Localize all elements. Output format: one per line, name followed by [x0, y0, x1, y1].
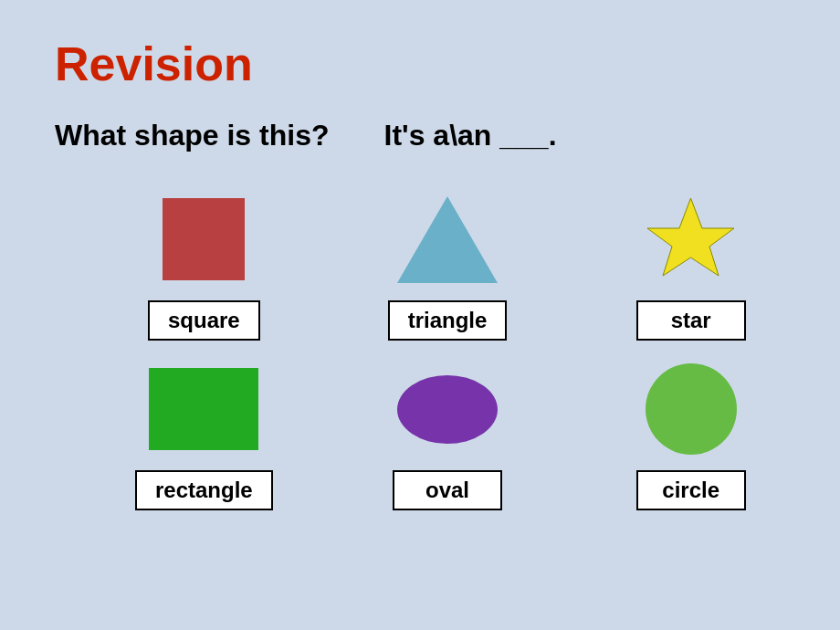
rectangle-label: rectangle	[135, 470, 273, 510]
triangle-icon	[397, 196, 498, 283]
shape-cell-square: square	[110, 189, 299, 341]
shape-cell-star: star	[596, 189, 785, 341]
square-figure	[163, 189, 245, 289]
oval-figure	[397, 359, 498, 459]
shape-cell-rectangle: rectangle	[110, 359, 299, 510]
shape-cell-triangle: triangle	[353, 189, 542, 341]
star-icon	[643, 194, 739, 285]
rectangle-figure	[149, 359, 258, 459]
answer-prompt: It's a\an ___.	[383, 119, 556, 152]
square-label: square	[148, 300, 260, 341]
circle-figure	[646, 359, 737, 459]
revision-title: Revision	[55, 37, 785, 91]
circle-icon	[646, 363, 737, 455]
triangle-figure	[397, 189, 498, 289]
star-figure	[643, 189, 739, 289]
star-label: star	[636, 300, 746, 341]
shape-cell-oval: oval	[353, 359, 542, 510]
page-container: Revision What shape is this? It's a\an _…	[0, 0, 840, 630]
svg-marker-0	[647, 198, 734, 276]
oval-label: oval	[393, 470, 502, 510]
shapes-grid: square triangle star rectangle	[110, 189, 785, 510]
shape-cell-circle: circle	[596, 359, 785, 510]
rectangle-icon	[149, 368, 258, 450]
triangle-label: triangle	[388, 300, 508, 341]
circle-label: circle	[636, 470, 746, 510]
square-icon	[163, 198, 245, 280]
oval-icon	[397, 375, 498, 444]
question-text: What shape is this?	[55, 119, 329, 152]
question-row: What shape is this? It's a\an ___.	[55, 119, 785, 152]
